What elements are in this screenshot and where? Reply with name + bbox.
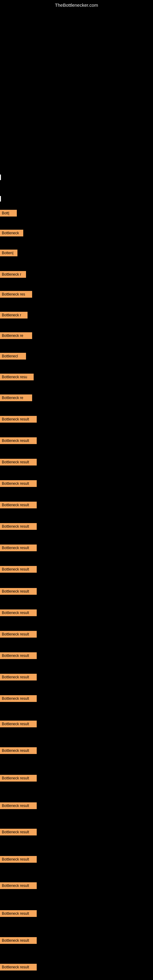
bottleneck-result-item: Bottleneck result bbox=[0, 544, 37, 551]
bottleneck-result-item: Bottleneck result bbox=[0, 747, 37, 754]
bottleneck-result-item: Bottleneck result bbox=[0, 609, 37, 616]
bottleneck-result-item: Bottleneck resu bbox=[0, 374, 33, 380]
bottleneck-result-item: Bottleneck result bbox=[0, 416, 37, 423]
bottleneck-result-item: Bottleneck result bbox=[0, 502, 37, 508]
bottleneck-result-item: Botten| bbox=[0, 250, 18, 256]
cursor-line-1 bbox=[0, 175, 1, 180]
bottleneck-result-item: Bottleneck result bbox=[0, 631, 37, 638]
bottleneck-result-item: Bottleneck result bbox=[0, 829, 37, 835]
bottleneck-result-item: Bottleneck re bbox=[0, 332, 32, 339]
bottleneck-result-item: Bottleneck result bbox=[0, 674, 37, 681]
bottleneck-result-item: Bottleneck result bbox=[0, 910, 37, 917]
bottleneck-result-item: Bottleneck result bbox=[0, 523, 37, 530]
bottleneck-result-item: Bottleneck r bbox=[0, 271, 26, 278]
bottleneck-result-item: Bottleneck result bbox=[0, 588, 37, 595]
bottleneck-result-item: Bottleneck result bbox=[0, 964, 37, 970]
bottleneck-result-item: Bottleneck result bbox=[0, 775, 37, 781]
bottleneck-result-item: Bottleneck r bbox=[0, 312, 27, 318]
bottleneck-result-item: Bott| bbox=[0, 210, 17, 216]
bottleneck-result-item: Bottleneck result bbox=[0, 438, 37, 444]
bottleneck-result-item: Bottleneck re bbox=[0, 395, 32, 401]
cursor-line-2 bbox=[0, 196, 1, 202]
site-title: TheBottlenecker.com bbox=[55, 2, 98, 8]
bottleneck-result-item: Bottleneck result bbox=[0, 695, 37, 702]
bottleneck-result-item: Bottleneck result bbox=[0, 882, 37, 889]
bottleneck-result-item: Bottlenecl bbox=[0, 353, 26, 360]
bottleneck-result-item: Bottleneck result bbox=[0, 566, 37, 573]
bottleneck-result-item: Bottleneck result bbox=[0, 802, 37, 809]
bottleneck-result-item: Bottleneck result bbox=[0, 652, 37, 659]
bottleneck-result-item: Bottleneck result bbox=[0, 459, 37, 466]
bottleneck-result-item: Bottleneck result bbox=[0, 480, 37, 487]
bottleneck-result-item: Bottleneck res bbox=[0, 291, 32, 298]
bottleneck-result-item: Bottleneck result bbox=[0, 856, 37, 863]
bottleneck-result-item: Bottleneck bbox=[0, 230, 23, 236]
bottleneck-result-item: Bottleneck result bbox=[0, 721, 37, 727]
bottleneck-result-item: Bottleneck result bbox=[0, 937, 37, 944]
